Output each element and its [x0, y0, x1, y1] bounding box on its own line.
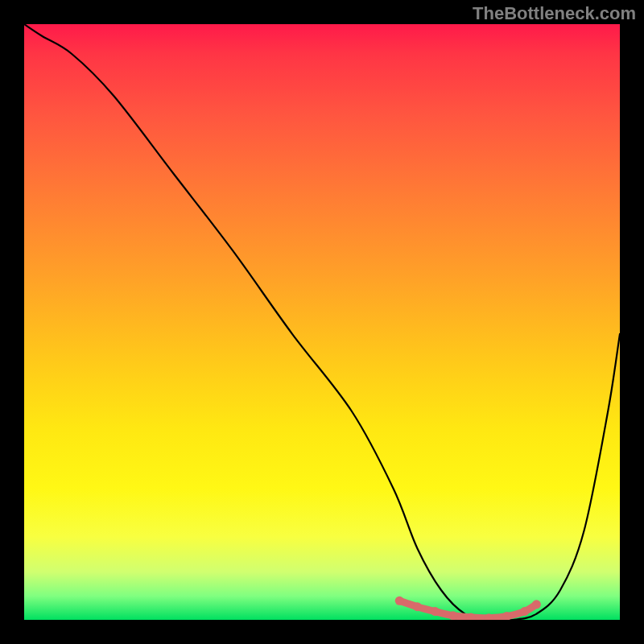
- bottleneck-curve: [24, 24, 620, 620]
- optimum-point: [413, 602, 422, 611]
- curve-layer: [24, 24, 620, 620]
- optimum-point: [395, 597, 404, 605]
- optimum-point: [532, 600, 541, 609]
- optimum-band: [395, 597, 541, 620]
- plot-area: [24, 24, 620, 620]
- watermark-text: TheBottleneck.com: [473, 3, 636, 24]
- optimum-point: [520, 607, 529, 616]
- optimum-point: [431, 607, 440, 616]
- optimum-point: [448, 611, 457, 620]
- chart-container: TheBottleneck.com: [0, 0, 644, 644]
